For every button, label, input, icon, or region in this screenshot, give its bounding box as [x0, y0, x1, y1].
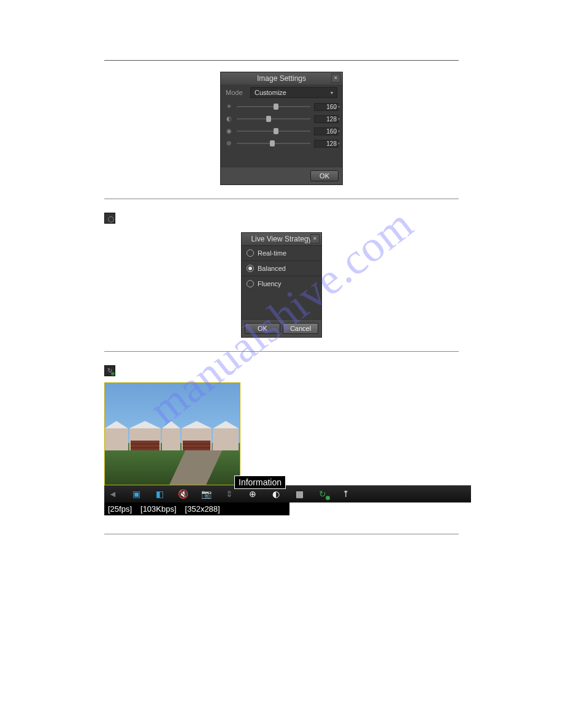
ok-button[interactable]: OK [245, 323, 280, 334]
radio-icon [247, 265, 254, 272]
mode-select[interactable]: Customize ▾ [250, 87, 337, 98]
slider-thumb[interactable] [266, 116, 271, 122]
divider [104, 351, 459, 352]
slider-thumb[interactable] [270, 140, 275, 146]
live-view-strategy-icon[interactable] [104, 213, 115, 224]
live-view-strategy-icon[interactable]: ▦ [293, 488, 305, 499]
button-row: OK [221, 167, 342, 184]
saturation-icon: ◉ [224, 127, 233, 135]
slider-row: ☀160▲▼ [221, 100, 342, 113]
image-settings-icon[interactable]: ◐ [270, 488, 282, 499]
option-label: Fluency [258, 280, 282, 287]
fps-value: [25fps] [108, 504, 132, 514]
information-icon[interactable] [104, 365, 115, 376]
mode-value: Customize [255, 89, 286, 96]
dialog-title: Image Settings × [221, 72, 342, 85]
mode-row: Mode Customize ▾ [221, 85, 342, 100]
strategy-option[interactable]: Fluency [242, 276, 321, 291]
button-row: OK Cancel [242, 319, 321, 337]
strategy-option[interactable]: Balanced [242, 260, 321, 276]
divider [104, 60, 459, 61]
chevron-down-icon: ▾ [331, 90, 333, 96]
capture-icon[interactable]: 📷 [200, 488, 212, 499]
slider-value[interactable]: 160▲▼ [314, 127, 339, 135]
live-view-toolbar: ◄▣◧🔇📷⇕⊕◐▦↻⤒ [104, 485, 471, 502]
spinner-icon[interactable]: ▲▼ [334, 116, 337, 123]
mode-label: Mode [226, 89, 250, 96]
spinner-icon[interactable]: ▲▼ [334, 140, 337, 147]
information-icon[interactable]: ↻ [316, 488, 329, 499]
close-icon[interactable]: × [331, 74, 340, 83]
audio-mute-icon[interactable]: 🔇 [177, 488, 189, 499]
close-icon[interactable]: ⤒ [340, 488, 352, 499]
camera-live-view[interactable] [104, 382, 240, 485]
slider-track[interactable] [237, 143, 310, 144]
image-settings-title: Image Settings [257, 74, 306, 83]
arrow-back-icon[interactable]: ◄ [107, 488, 119, 499]
cancel-button[interactable]: Cancel [283, 323, 318, 334]
slider-thumb[interactable] [274, 104, 278, 110]
lvs-title: Live View Strategy [251, 235, 312, 243]
slider-track[interactable] [237, 118, 310, 119]
radio-icon [247, 249, 254, 257]
close-icon[interactable]: × [310, 234, 320, 243]
radio-icon [247, 280, 254, 287]
slider-value[interactable]: 128▲▼ [314, 115, 339, 123]
spinner-icon[interactable]: ▲▼ [334, 104, 337, 110]
brightness-icon: ☀ [224, 102, 233, 111]
slider-row: ⊕128▲▼ [221, 137, 342, 150]
bitrate-value: [103Kbps] [140, 504, 177, 514]
dialog-title: Live View Strategy × [242, 233, 321, 245]
strategy-option[interactable]: Real-time [242, 245, 321, 260]
slider-track[interactable] [237, 106, 310, 107]
slider-row: ◐128▲▼ [221, 113, 342, 125]
slider-value[interactable]: 160▲▼ [314, 103, 339, 111]
contrast-icon: ◐ [224, 115, 233, 123]
divider [104, 534, 459, 534]
playback-icon[interactable]: ◧ [153, 488, 166, 499]
slider-thumb[interactable] [274, 128, 278, 134]
spinner-icon[interactable]: ▲▼ [334, 128, 337, 135]
hue-icon: ⊕ [224, 139, 233, 148]
live-view-strategy-dialog: Live View Strategy × Real-timeBalancedFl… [241, 232, 322, 338]
image-settings-dialog: Image Settings × Mode Customize ▾ ☀160▲▼… [220, 72, 343, 185]
record-clip-icon[interactable]: ▣ [130, 488, 142, 499]
option-label: Real-time [258, 249, 286, 257]
resolution-value: [352x288] [185, 504, 220, 514]
digital-zoom-icon[interactable]: ⊕ [247, 488, 259, 499]
tooltip: Information [234, 476, 286, 489]
slider-row: ◉160▲▼ [221, 125, 342, 137]
slider-value[interactable]: 128▲▼ [314, 140, 339, 148]
ok-button[interactable]: OK [310, 170, 339, 181]
ptz-icon[interactable]: ⇕ [223, 488, 236, 499]
slider-track[interactable] [237, 131, 310, 132]
divider [104, 199, 459, 199]
option-label: Balanced [258, 265, 286, 272]
information-bar: [25fps] [103Kbps] [352x288] [104, 502, 289, 515]
